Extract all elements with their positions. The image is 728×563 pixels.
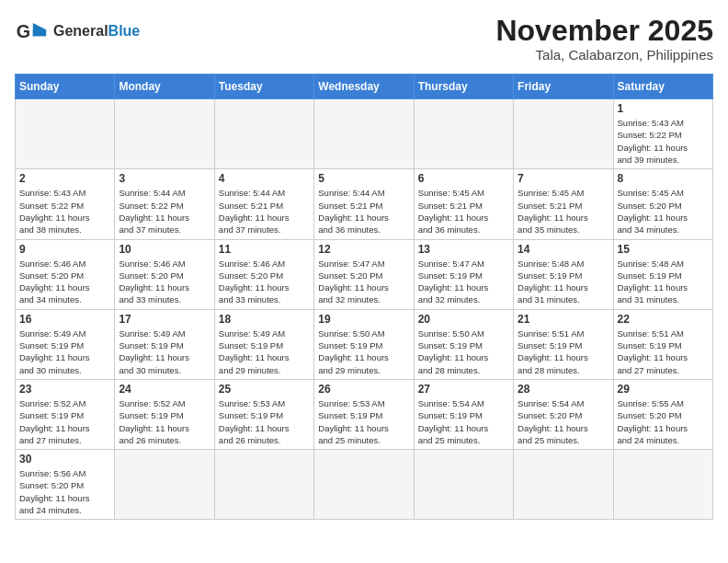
calendar-cell <box>314 99 414 169</box>
calendar-cell <box>16 99 115 169</box>
day-info: Sunrise: 5:45 AM Sunset: 5:21 PM Dayligh… <box>518 187 609 236</box>
calendar-cell <box>115 450 214 520</box>
day-info: Sunrise: 5:44 AM Sunset: 5:22 PM Dayligh… <box>119 187 210 236</box>
month-title: November 2025 <box>495 15 713 47</box>
day-info: Sunrise: 5:51 AM Sunset: 5:19 PM Dayligh… <box>618 327 709 376</box>
calendar-cell <box>514 99 613 169</box>
logo: G GeneralBlue <box>15 15 140 48</box>
calendar-cell: 4Sunrise: 5:44 AM Sunset: 5:21 PM Daylig… <box>214 169 313 239</box>
calendar-cell <box>214 99 313 169</box>
column-header-thursday: Thursday <box>414 75 513 99</box>
day-number: 19 <box>318 313 409 326</box>
calendar-cell: 28Sunrise: 5:54 AM Sunset: 5:20 PM Dayli… <box>514 379 613 449</box>
day-number: 26 <box>318 383 409 396</box>
day-info: Sunrise: 5:46 AM Sunset: 5:20 PM Dayligh… <box>19 258 110 306</box>
day-number: 30 <box>19 453 110 465</box>
day-number: 28 <box>518 383 609 396</box>
day-info: Sunrise: 5:54 AM Sunset: 5:19 PM Dayligh… <box>418 397 509 446</box>
day-number: 27 <box>418 383 509 396</box>
calendar-cell: 12Sunrise: 5:47 AM Sunset: 5:20 PM Dayli… <box>314 239 414 309</box>
generalblue-logo-icon: G <box>15 15 48 48</box>
day-info: Sunrise: 5:54 AM Sunset: 5:20 PM Dayligh… <box>518 397 609 446</box>
day-number: 2 <box>19 172 110 185</box>
day-info: Sunrise: 5:49 AM Sunset: 5:19 PM Dayligh… <box>119 327 210 376</box>
day-number: 20 <box>418 313 509 326</box>
day-number: 17 <box>119 313 210 326</box>
calendar-cell: 15Sunrise: 5:48 AM Sunset: 5:19 PM Dayli… <box>613 239 712 309</box>
day-number: 3 <box>119 172 210 185</box>
calendar-cell: 1Sunrise: 5:43 AM Sunset: 5:22 PM Daylig… <box>613 99 712 169</box>
calendar-table: SundayMondayTuesdayWednesdayThursdayFrid… <box>15 74 713 520</box>
logo-general-text: General <box>53 23 108 39</box>
day-number: 12 <box>318 243 409 256</box>
day-number: 5 <box>318 172 409 185</box>
day-number: 10 <box>119 243 210 256</box>
day-number: 15 <box>618 243 709 256</box>
calendar-cell <box>214 450 313 520</box>
calendar-cell <box>514 450 613 520</box>
day-number: 13 <box>418 243 509 256</box>
day-info: Sunrise: 5:53 AM Sunset: 5:19 PM Dayligh… <box>219 397 310 446</box>
day-info: Sunrise: 5:49 AM Sunset: 5:19 PM Dayligh… <box>19 327 110 376</box>
calendar-cell: 25Sunrise: 5:53 AM Sunset: 5:19 PM Dayli… <box>214 379 313 449</box>
day-info: Sunrise: 5:49 AM Sunset: 5:19 PM Dayligh… <box>219 327 310 376</box>
day-info: Sunrise: 5:46 AM Sunset: 5:20 PM Dayligh… <box>219 258 310 306</box>
column-header-sunday: Sunday <box>16 75 115 99</box>
day-info: Sunrise: 5:47 AM Sunset: 5:20 PM Dayligh… <box>318 258 409 306</box>
day-info: Sunrise: 5:43 AM Sunset: 5:22 PM Dayligh… <box>19 187 110 236</box>
calendar-cell: 9Sunrise: 5:46 AM Sunset: 5:20 PM Daylig… <box>16 239 115 309</box>
calendar-cell: 16Sunrise: 5:49 AM Sunset: 5:19 PM Dayli… <box>16 309 115 379</box>
column-header-tuesday: Tuesday <box>214 75 313 99</box>
day-info: Sunrise: 5:53 AM Sunset: 5:19 PM Dayligh… <box>318 397 409 446</box>
day-info: Sunrise: 5:47 AM Sunset: 5:19 PM Dayligh… <box>418 258 509 306</box>
calendar-cell <box>613 450 712 520</box>
day-number: 7 <box>518 172 609 185</box>
day-number: 1 <box>618 102 709 115</box>
day-number: 11 <box>219 243 310 256</box>
title-area: November 2025 Tala, Calabarzon, Philippi… <box>495 15 713 63</box>
day-info: Sunrise: 5:46 AM Sunset: 5:20 PM Dayligh… <box>119 258 210 306</box>
column-header-wednesday: Wednesday <box>314 75 414 99</box>
day-info: Sunrise: 5:44 AM Sunset: 5:21 PM Dayligh… <box>219 187 310 236</box>
calendar-cell: 22Sunrise: 5:51 AM Sunset: 5:19 PM Dayli… <box>613 309 712 379</box>
calendar-cell: 5Sunrise: 5:44 AM Sunset: 5:21 PM Daylig… <box>314 169 414 239</box>
calendar-cell: 26Sunrise: 5:53 AM Sunset: 5:19 PM Dayli… <box>314 379 414 449</box>
calendar-cell: 13Sunrise: 5:47 AM Sunset: 5:19 PM Dayli… <box>414 239 513 309</box>
calendar-cell: 2Sunrise: 5:43 AM Sunset: 5:22 PM Daylig… <box>16 169 115 239</box>
calendar-cell: 23Sunrise: 5:52 AM Sunset: 5:19 PM Dayli… <box>16 379 115 449</box>
day-info: Sunrise: 5:48 AM Sunset: 5:19 PM Dayligh… <box>518 258 609 306</box>
day-info: Sunrise: 5:44 AM Sunset: 5:21 PM Dayligh… <box>318 187 409 236</box>
calendar-cell: 6Sunrise: 5:45 AM Sunset: 5:21 PM Daylig… <box>414 169 513 239</box>
day-number: 22 <box>618 313 709 326</box>
calendar-cell: 27Sunrise: 5:54 AM Sunset: 5:19 PM Dayli… <box>414 379 513 449</box>
day-number: 18 <box>219 313 310 326</box>
day-info: Sunrise: 5:50 AM Sunset: 5:19 PM Dayligh… <box>318 327 409 376</box>
day-number: 4 <box>219 172 310 185</box>
calendar-cell <box>414 99 513 169</box>
calendar-cell: 11Sunrise: 5:46 AM Sunset: 5:20 PM Dayli… <box>214 239 313 309</box>
day-info: Sunrise: 5:48 AM Sunset: 5:19 PM Dayligh… <box>618 258 709 306</box>
calendar-cell: 18Sunrise: 5:49 AM Sunset: 5:19 PM Dayli… <box>214 309 313 379</box>
day-info: Sunrise: 5:52 AM Sunset: 5:19 PM Dayligh… <box>119 397 210 446</box>
svg-rect-2 <box>33 29 46 36</box>
day-number: 29 <box>618 383 709 396</box>
day-number: 23 <box>19 383 110 396</box>
calendar-cell: 29Sunrise: 5:55 AM Sunset: 5:20 PM Dayli… <box>613 379 712 449</box>
column-header-monday: Monday <box>115 75 214 99</box>
calendar-cell: 17Sunrise: 5:49 AM Sunset: 5:19 PM Dayli… <box>115 309 214 379</box>
calendar-cell: 20Sunrise: 5:50 AM Sunset: 5:19 PM Dayli… <box>414 309 513 379</box>
column-header-friday: Friday <box>514 75 613 99</box>
day-info: Sunrise: 5:55 AM Sunset: 5:20 PM Dayligh… <box>618 397 709 446</box>
day-info: Sunrise: 5:52 AM Sunset: 5:19 PM Dayligh… <box>19 397 110 446</box>
calendar-cell: 30Sunrise: 5:56 AM Sunset: 5:20 PM Dayli… <box>16 450 115 520</box>
calendar-cell: 8Sunrise: 5:45 AM Sunset: 5:20 PM Daylig… <box>613 169 712 239</box>
header: G GeneralBlue November 2025 Tala, Calaba… <box>15 15 713 63</box>
calendar-cell <box>414 450 513 520</box>
svg-text:G: G <box>17 21 30 41</box>
day-number: 16 <box>19 313 110 326</box>
column-header-saturday: Saturday <box>613 75 712 99</box>
day-info: Sunrise: 5:51 AM Sunset: 5:19 PM Dayligh… <box>518 327 609 376</box>
day-info: Sunrise: 5:45 AM Sunset: 5:21 PM Dayligh… <box>418 187 509 236</box>
calendar-cell: 19Sunrise: 5:50 AM Sunset: 5:19 PM Dayli… <box>314 309 414 379</box>
day-info: Sunrise: 5:56 AM Sunset: 5:20 PM Dayligh… <box>19 467 110 516</box>
